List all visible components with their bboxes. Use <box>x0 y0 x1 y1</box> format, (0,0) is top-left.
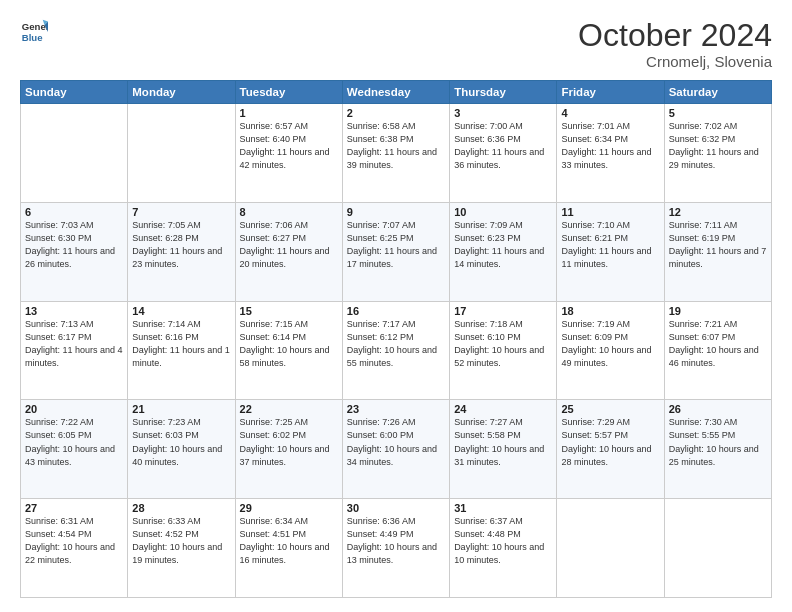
day-info: Sunrise: 6:58 AM Sunset: 6:38 PM Dayligh… <box>347 120 445 172</box>
calendar-cell: 14Sunrise: 7:14 AM Sunset: 6:16 PM Dayli… <box>128 301 235 400</box>
weekday-header-monday: Monday <box>128 81 235 104</box>
day-number: 18 <box>561 305 659 317</box>
day-info: Sunrise: 7:21 AM Sunset: 6:07 PM Dayligh… <box>669 318 767 370</box>
calendar-subtitle: Crnomelj, Slovenia <box>578 53 772 70</box>
day-info: Sunrise: 7:18 AM Sunset: 6:10 PM Dayligh… <box>454 318 552 370</box>
calendar-cell: 13Sunrise: 7:13 AM Sunset: 6:17 PM Dayli… <box>21 301 128 400</box>
title-block: October 2024 Crnomelj, Slovenia <box>578 18 772 70</box>
day-number: 25 <box>561 403 659 415</box>
day-number: 14 <box>132 305 230 317</box>
weekday-header-sunday: Sunday <box>21 81 128 104</box>
day-number: 27 <box>25 502 123 514</box>
calendar-cell: 12Sunrise: 7:11 AM Sunset: 6:19 PM Dayli… <box>664 202 771 301</box>
day-number: 23 <box>347 403 445 415</box>
day-number: 24 <box>454 403 552 415</box>
calendar-cell: 22Sunrise: 7:25 AM Sunset: 6:02 PM Dayli… <box>235 400 342 499</box>
calendar-cell <box>21 104 128 203</box>
calendar-cell: 23Sunrise: 7:26 AM Sunset: 6:00 PM Dayli… <box>342 400 449 499</box>
calendar-title: October 2024 <box>578 18 772 53</box>
day-number: 2 <box>347 107 445 119</box>
day-number: 16 <box>347 305 445 317</box>
day-number: 15 <box>240 305 338 317</box>
day-number: 17 <box>454 305 552 317</box>
calendar-cell: 4Sunrise: 7:01 AM Sunset: 6:34 PM Daylig… <box>557 104 664 203</box>
day-number: 7 <box>132 206 230 218</box>
day-info: Sunrise: 7:10 AM Sunset: 6:21 PM Dayligh… <box>561 219 659 271</box>
day-info: Sunrise: 7:26 AM Sunset: 6:00 PM Dayligh… <box>347 416 445 468</box>
calendar-cell: 9Sunrise: 7:07 AM Sunset: 6:25 PM Daylig… <box>342 202 449 301</box>
day-number: 12 <box>669 206 767 218</box>
calendar-cell: 29Sunrise: 6:34 AM Sunset: 4:51 PM Dayli… <box>235 499 342 598</box>
day-info: Sunrise: 6:37 AM Sunset: 4:48 PM Dayligh… <box>454 515 552 567</box>
day-number: 4 <box>561 107 659 119</box>
calendar-cell: 6Sunrise: 7:03 AM Sunset: 6:30 PM Daylig… <box>21 202 128 301</box>
day-number: 1 <box>240 107 338 119</box>
calendar-cell: 3Sunrise: 7:00 AM Sunset: 6:36 PM Daylig… <box>450 104 557 203</box>
day-info: Sunrise: 7:06 AM Sunset: 6:27 PM Dayligh… <box>240 219 338 271</box>
calendar-cell: 7Sunrise: 7:05 AM Sunset: 6:28 PM Daylig… <box>128 202 235 301</box>
day-number: 29 <box>240 502 338 514</box>
day-info: Sunrise: 7:15 AM Sunset: 6:14 PM Dayligh… <box>240 318 338 370</box>
calendar-table: SundayMondayTuesdayWednesdayThursdayFrid… <box>20 80 772 598</box>
week-row-3: 13Sunrise: 7:13 AM Sunset: 6:17 PM Dayli… <box>21 301 772 400</box>
logo-icon: General Blue <box>20 18 48 46</box>
day-number: 26 <box>669 403 767 415</box>
day-number: 30 <box>347 502 445 514</box>
calendar-cell: 10Sunrise: 7:09 AM Sunset: 6:23 PM Dayli… <box>450 202 557 301</box>
day-info: Sunrise: 7:07 AM Sunset: 6:25 PM Dayligh… <box>347 219 445 271</box>
day-info: Sunrise: 6:36 AM Sunset: 4:49 PM Dayligh… <box>347 515 445 567</box>
calendar-cell: 20Sunrise: 7:22 AM Sunset: 6:05 PM Dayli… <box>21 400 128 499</box>
day-info: Sunrise: 7:02 AM Sunset: 6:32 PM Dayligh… <box>669 120 767 172</box>
day-info: Sunrise: 6:34 AM Sunset: 4:51 PM Dayligh… <box>240 515 338 567</box>
calendar-cell: 8Sunrise: 7:06 AM Sunset: 6:27 PM Daylig… <box>235 202 342 301</box>
day-number: 20 <box>25 403 123 415</box>
day-info: Sunrise: 6:31 AM Sunset: 4:54 PM Dayligh… <box>25 515 123 567</box>
day-info: Sunrise: 7:27 AM Sunset: 5:58 PM Dayligh… <box>454 416 552 468</box>
day-info: Sunrise: 7:22 AM Sunset: 6:05 PM Dayligh… <box>25 416 123 468</box>
calendar-cell: 1Sunrise: 6:57 AM Sunset: 6:40 PM Daylig… <box>235 104 342 203</box>
day-info: Sunrise: 7:17 AM Sunset: 6:12 PM Dayligh… <box>347 318 445 370</box>
weekday-header-thursday: Thursday <box>450 81 557 104</box>
day-info: Sunrise: 7:13 AM Sunset: 6:17 PM Dayligh… <box>25 318 123 370</box>
calendar-cell <box>664 499 771 598</box>
logo: General Blue <box>20 18 48 46</box>
weekday-header-wednesday: Wednesday <box>342 81 449 104</box>
calendar-cell: 17Sunrise: 7:18 AM Sunset: 6:10 PM Dayli… <box>450 301 557 400</box>
calendar-cell: 26Sunrise: 7:30 AM Sunset: 5:55 PM Dayli… <box>664 400 771 499</box>
day-number: 10 <box>454 206 552 218</box>
week-row-4: 20Sunrise: 7:22 AM Sunset: 6:05 PM Dayli… <box>21 400 772 499</box>
week-row-2: 6Sunrise: 7:03 AM Sunset: 6:30 PM Daylig… <box>21 202 772 301</box>
day-info: Sunrise: 7:23 AM Sunset: 6:03 PM Dayligh… <box>132 416 230 468</box>
day-number: 6 <box>25 206 123 218</box>
day-info: Sunrise: 7:03 AM Sunset: 6:30 PM Dayligh… <box>25 219 123 271</box>
day-number: 22 <box>240 403 338 415</box>
day-number: 28 <box>132 502 230 514</box>
day-info: Sunrise: 7:29 AM Sunset: 5:57 PM Dayligh… <box>561 416 659 468</box>
calendar-cell: 31Sunrise: 6:37 AM Sunset: 4:48 PM Dayli… <box>450 499 557 598</box>
day-info: Sunrise: 6:33 AM Sunset: 4:52 PM Dayligh… <box>132 515 230 567</box>
day-number: 19 <box>669 305 767 317</box>
calendar-cell <box>128 104 235 203</box>
calendar-cell: 27Sunrise: 6:31 AM Sunset: 4:54 PM Dayli… <box>21 499 128 598</box>
svg-text:Blue: Blue <box>22 32 43 43</box>
calendar-cell: 11Sunrise: 7:10 AM Sunset: 6:21 PM Dayli… <box>557 202 664 301</box>
day-number: 31 <box>454 502 552 514</box>
day-number: 5 <box>669 107 767 119</box>
day-number: 13 <box>25 305 123 317</box>
calendar-cell: 25Sunrise: 7:29 AM Sunset: 5:57 PM Dayli… <box>557 400 664 499</box>
weekday-header-friday: Friday <box>557 81 664 104</box>
day-number: 9 <box>347 206 445 218</box>
day-number: 3 <box>454 107 552 119</box>
day-info: Sunrise: 7:01 AM Sunset: 6:34 PM Dayligh… <box>561 120 659 172</box>
calendar-cell: 30Sunrise: 6:36 AM Sunset: 4:49 PM Dayli… <box>342 499 449 598</box>
day-info: Sunrise: 7:25 AM Sunset: 6:02 PM Dayligh… <box>240 416 338 468</box>
calendar-cell: 28Sunrise: 6:33 AM Sunset: 4:52 PM Dayli… <box>128 499 235 598</box>
calendar-cell: 18Sunrise: 7:19 AM Sunset: 6:09 PM Dayli… <box>557 301 664 400</box>
week-row-1: 1Sunrise: 6:57 AM Sunset: 6:40 PM Daylig… <box>21 104 772 203</box>
page-header: General Blue October 2024 Crnomelj, Slov… <box>20 18 772 70</box>
day-info: Sunrise: 7:19 AM Sunset: 6:09 PM Dayligh… <box>561 318 659 370</box>
day-info: Sunrise: 7:05 AM Sunset: 6:28 PM Dayligh… <box>132 219 230 271</box>
calendar-cell: 15Sunrise: 7:15 AM Sunset: 6:14 PM Dayli… <box>235 301 342 400</box>
calendar-cell: 2Sunrise: 6:58 AM Sunset: 6:38 PM Daylig… <box>342 104 449 203</box>
day-number: 11 <box>561 206 659 218</box>
